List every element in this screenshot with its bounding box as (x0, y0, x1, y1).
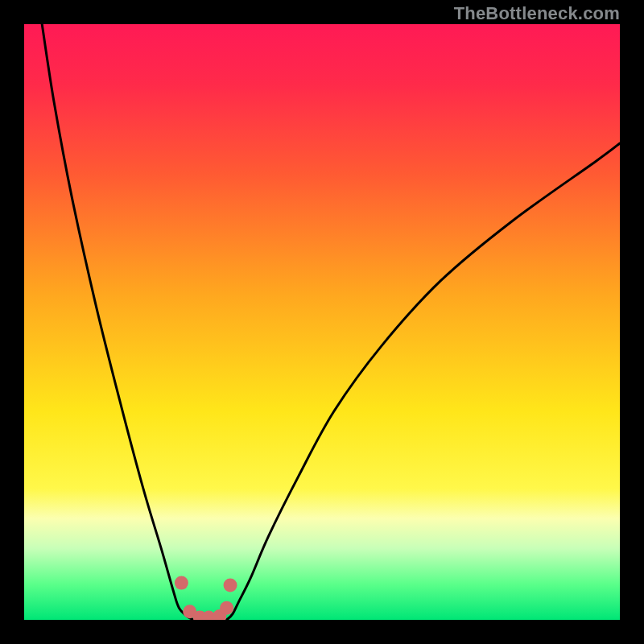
valley-markers-group (175, 576, 237, 620)
chart-frame: TheBottleneck.com (0, 0, 644, 644)
left-branch-curve (42, 24, 194, 620)
plot-area (24, 24, 620, 620)
watermark-text: TheBottleneck.com (454, 3, 620, 24)
valley-marker (224, 579, 237, 592)
valley-marker (220, 601, 233, 615)
right-branch-curve (227, 143, 620, 620)
curves-layer (24, 24, 620, 620)
valley-marker (175, 576, 188, 590)
